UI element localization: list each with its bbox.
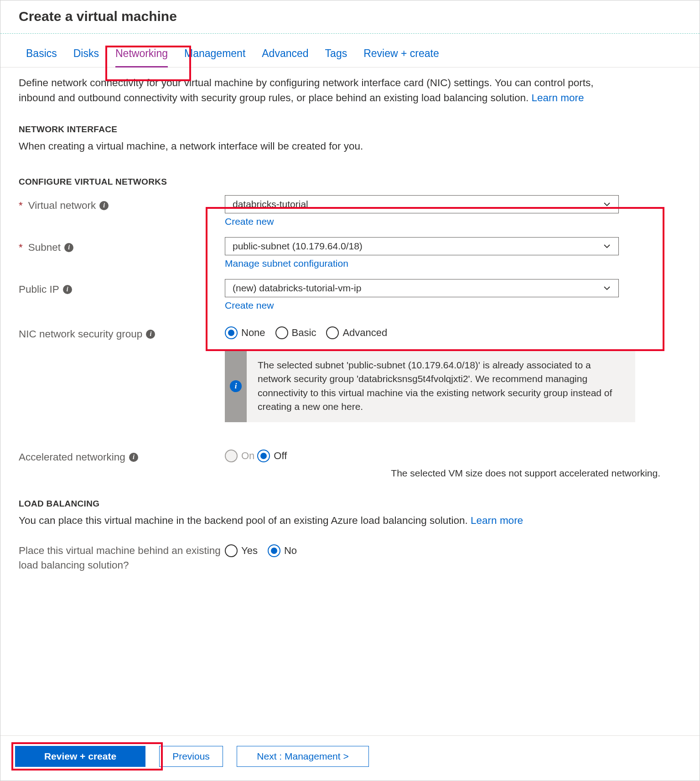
nsg-radio-advanced-label: Advanced bbox=[342, 327, 387, 339]
lb-radio-no[interactable]: No bbox=[268, 544, 297, 557]
tabs-bar: Basics Disks Networking Management Advan… bbox=[0, 34, 700, 67]
body-content: Define network connectivity for your vir… bbox=[0, 67, 700, 572]
info-icon[interactable]: i bbox=[146, 330, 155, 339]
intro-text-content: Define network connectivity for your vir… bbox=[19, 77, 594, 103]
tab-advanced[interactable]: Advanced bbox=[262, 47, 308, 67]
info-icon[interactable]: i bbox=[99, 201, 109, 210]
intro-text: Define network connectivity for your vir… bbox=[19, 76, 621, 105]
nsg-radio-basic[interactable]: Basic bbox=[275, 326, 316, 339]
form-area: * Virtual network i databricks-tutorial … bbox=[19, 195, 681, 572]
info-icon[interactable]: i bbox=[64, 243, 73, 252]
tab-networking[interactable]: Networking bbox=[115, 47, 168, 67]
radio-icon bbox=[326, 326, 339, 339]
radio-icon bbox=[268, 544, 280, 557]
label-nsg: NIC network security group i bbox=[19, 324, 225, 340]
nsg-radio-none[interactable]: None bbox=[225, 326, 265, 339]
required-asterisk: * bbox=[19, 242, 23, 253]
create-new-ip-link[interactable]: Create new bbox=[225, 300, 274, 311]
label-public-ip-text: Public IP bbox=[19, 284, 59, 295]
page-header: Create a virtual machine bbox=[0, 0, 700, 34]
create-new-vnet-link[interactable]: Create new bbox=[225, 216, 274, 227]
intro-learn-more-link[interactable]: Learn more bbox=[531, 92, 584, 103]
label-accel-net-text: Accelerated networking bbox=[19, 451, 125, 463]
tab-disks[interactable]: Disks bbox=[73, 47, 99, 67]
radio-icon bbox=[225, 544, 238, 557]
label-lb-question: Place this virtual machine behind an exi… bbox=[19, 542, 225, 572]
review-create-button[interactable]: Review + create bbox=[15, 746, 145, 767]
nsg-radio-advanced[interactable]: Advanced bbox=[326, 326, 387, 339]
accel-net-toggle: On Off bbox=[225, 447, 619, 462]
next-button[interactable]: Next : Management > bbox=[237, 746, 369, 767]
tab-basics[interactable]: Basics bbox=[26, 47, 57, 67]
accel-net-off-label: Off bbox=[274, 450, 287, 462]
public-ip-select[interactable]: (new) databricks-tutorial-vm-ip bbox=[225, 279, 619, 297]
radio-icon bbox=[225, 326, 238, 339]
tab-management[interactable]: Management bbox=[184, 47, 245, 67]
nsg-radio-none-label: None bbox=[241, 327, 265, 339]
nsg-info-text: The selected subnet 'public-subnet (10.1… bbox=[247, 350, 635, 422]
manage-subnet-link[interactable]: Manage subnet configuration bbox=[225, 258, 348, 269]
lb-radio-group: Yes No bbox=[225, 542, 619, 557]
label-nsg-text: NIC network security group bbox=[19, 328, 142, 340]
load-balancing-heading: LOAD BALANCING bbox=[19, 499, 681, 509]
nsg-radio-basic-label: Basic bbox=[292, 327, 316, 339]
info-icon[interactable]: i bbox=[129, 453, 138, 462]
row-virtual-network: * Virtual network i databricks-tutorial … bbox=[19, 195, 681, 227]
nsg-info-panel: i The selected subnet 'public-subnet (10… bbox=[225, 350, 635, 422]
subnet-value: public-subnet (10.179.64.0/18) bbox=[233, 241, 363, 252]
page-title: Create a virtual machine bbox=[19, 9, 681, 24]
label-virtual-network: * Virtual network i bbox=[19, 195, 225, 212]
row-nsg: NIC network security group i None Basic bbox=[19, 324, 681, 422]
load-balancing-sub: You can place this virtual machine in th… bbox=[19, 513, 681, 528]
info-icon: i bbox=[230, 380, 242, 392]
info-panel-bar: i bbox=[225, 350, 247, 422]
virtual-network-select[interactable]: databricks-tutorial bbox=[225, 195, 619, 213]
accel-net-on-label: On bbox=[241, 450, 254, 462]
public-ip-value: (new) databricks-tutorial-vm-ip bbox=[233, 283, 361, 294]
subnet-select[interactable]: public-subnet (10.179.64.0/18) bbox=[225, 237, 619, 255]
row-public-ip: Public IP i (new) databricks-tutorial-vm… bbox=[19, 279, 681, 311]
chevron-down-icon bbox=[603, 200, 611, 208]
footer-bar: Review + create Previous Next : Manageme… bbox=[0, 735, 700, 781]
tab-review[interactable]: Review + create bbox=[363, 47, 439, 67]
chevron-down-icon bbox=[603, 284, 611, 292]
radio-icon bbox=[275, 326, 288, 339]
load-balancing-sub-text: You can place this virtual machine in th… bbox=[19, 515, 471, 526]
label-accel-net: Accelerated networking i bbox=[19, 447, 225, 463]
lb-radio-yes[interactable]: Yes bbox=[225, 544, 258, 557]
chevron-down-icon bbox=[603, 242, 611, 250]
row-accel-net: Accelerated networking i On Off bbox=[19, 447, 681, 463]
nsg-radio-group: None Basic Advanced bbox=[225, 324, 635, 339]
radio-icon bbox=[225, 450, 238, 462]
label-virtual-network-text: Virtual network bbox=[28, 200, 96, 212]
label-public-ip: Public IP i bbox=[19, 279, 225, 295]
info-icon[interactable]: i bbox=[63, 285, 72, 294]
network-interface-heading: NETWORK INTERFACE bbox=[19, 124, 681, 134]
virtual-network-value: databricks-tutorial bbox=[233, 199, 308, 210]
lb-radio-no-label: No bbox=[284, 545, 297, 557]
accel-net-on: On bbox=[225, 450, 254, 462]
accel-net-off[interactable]: Off bbox=[257, 450, 287, 462]
label-subnet-text: Subnet bbox=[28, 242, 61, 253]
tab-tags[interactable]: Tags bbox=[325, 47, 347, 67]
previous-button[interactable]: Previous bbox=[159, 746, 223, 767]
accel-net-note: The selected VM size does not support ac… bbox=[19, 468, 681, 479]
row-subnet: * Subnet i public-subnet (10.179.64.0/18… bbox=[19, 237, 681, 269]
configure-vnet-heading: CONFIGURE VIRTUAL NETWORKS bbox=[19, 177, 681, 187]
row-lb-question: Place this virtual machine behind an exi… bbox=[19, 542, 681, 572]
lb-learn-more-link[interactable]: Learn more bbox=[471, 515, 523, 526]
required-asterisk: * bbox=[19, 200, 23, 212]
lb-radio-yes-label: Yes bbox=[241, 545, 258, 557]
network-interface-sub: When creating a virtual machine, a netwo… bbox=[19, 139, 681, 154]
label-subnet: * Subnet i bbox=[19, 237, 225, 253]
radio-icon bbox=[257, 450, 270, 462]
